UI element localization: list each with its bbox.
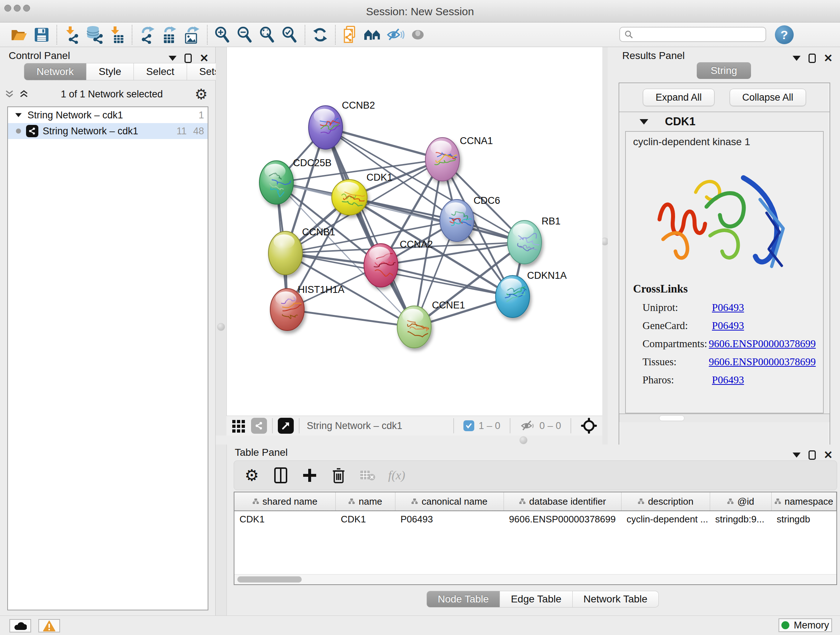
import-network-button[interactable] — [61, 25, 83, 45]
network-node-CCNB2[interactable]: CCNB2 — [309, 100, 375, 149]
zoom-fit-icon — [259, 26, 276, 43]
zoom-in-button[interactable] — [211, 25, 234, 45]
warnings-button[interactable] — [38, 619, 60, 632]
zoom-selected-button[interactable] — [279, 25, 301, 45]
left-splitter[interactable] — [216, 47, 226, 616]
table-options-gear-icon[interactable]: ⚙ — [243, 467, 260, 484]
collapse-all-icon[interactable] — [4, 90, 14, 98]
network-node-CCNA1[interactable]: CCNA1 — [425, 135, 493, 181]
table-cell[interactable]: 9606.ENSP00000378699 — [504, 511, 622, 527]
zoom-fit-button[interactable] — [256, 25, 279, 45]
results-scrollbar[interactable] — [619, 413, 829, 422]
tab-node-table[interactable]: Node Table — [426, 591, 500, 608]
panel-close-icon[interactable]: ✕ — [824, 450, 833, 461]
bottom-splitter[interactable] — [216, 435, 602, 445]
entry-expander-icon[interactable] — [639, 119, 648, 125]
panel-collapse-icon[interactable] — [793, 453, 801, 458]
panel-float-icon[interactable] — [808, 450, 816, 460]
save-session-button[interactable] — [30, 25, 53, 45]
tab-style[interactable]: Style — [87, 63, 134, 80]
gene-entry-header[interactable]: CDK1 — [619, 112, 829, 131]
panel-collapse-icon[interactable] — [793, 56, 801, 61]
tab-string[interactable]: String — [697, 62, 751, 79]
bottom-splitter-handle[interactable] — [519, 436, 527, 444]
collapse-all-button[interactable]: Collapse All — [729, 89, 806, 106]
network-edge-CCNB2-CCNA1[interactable] — [325, 127, 442, 159]
table-scrollbar[interactable] — [234, 574, 836, 584]
crosslink-link[interactable]: P06493 — [712, 302, 744, 314]
network-edge-CCNB2-CCNE1[interactable] — [325, 127, 414, 327]
clone-network-button[interactable] — [339, 25, 362, 45]
birdseye-view-icon[interactable] — [278, 418, 294, 434]
column-header-shared-name[interactable]: shared name — [234, 492, 336, 510]
show-all-button[interactable] — [407, 25, 429, 45]
cloud-status-button[interactable] — [9, 619, 31, 632]
search-input[interactable] — [633, 29, 756, 40]
panel-float-icon[interactable] — [185, 54, 192, 63]
network-edge-HIST1H1A-CCNE1[interactable] — [287, 310, 414, 327]
table-cell[interactable]: P06493 — [395, 511, 504, 527]
zoom-out-button[interactable] — [234, 25, 256, 45]
panel-close-icon[interactable]: ✕ — [200, 53, 209, 64]
show-columns-icon[interactable] — [272, 467, 289, 484]
help-button[interactable]: ? — [775, 25, 794, 44]
network-node-CCNE1[interactable]: CCNE1 — [397, 300, 465, 348]
tab-edge-table[interactable]: Edge Table — [500, 591, 573, 608]
table-cell[interactable]: stringdb — [772, 511, 836, 527]
crosslink-link[interactable]: 9606.ENSP00000378699 — [709, 356, 816, 368]
export-network-button[interactable] — [136, 25, 158, 45]
network-view-share-icon[interactable] — [251, 418, 267, 434]
tab-network[interactable]: Network — [24, 63, 87, 80]
tree-expander-icon[interactable] — [15, 113, 22, 117]
first-neighbors-button[interactable] — [362, 25, 384, 45]
expand-all-button[interactable]: Expand All — [643, 89, 714, 106]
panel-float-icon[interactable] — [808, 54, 816, 63]
node-label-CCNA2: CCNA2 — [400, 239, 433, 250]
left-splitter-handle[interactable] — [217, 323, 225, 331]
network-row-selected[interactable]: String Network – cdk1 11 48 — [8, 123, 208, 139]
search-box[interactable] — [619, 27, 766, 42]
crosslink-label: Tissues: — [633, 356, 709, 368]
column-header-@id[interactable]: @id — [710, 492, 772, 510]
delete-column-icon[interactable] — [330, 467, 347, 484]
tab-network-table[interactable]: Network Table — [573, 591, 659, 608]
network-node-RB1[interactable]: RB1 — [508, 216, 561, 264]
table-cell[interactable]: stringdb:9... — [710, 511, 772, 527]
table-cell[interactable]: cyclin-dependent ... — [622, 511, 710, 527]
export-image-button[interactable] — [181, 25, 203, 45]
network-collection-row[interactable]: String Network – cdk1 1 — [8, 107, 208, 123]
open-session-button[interactable] — [8, 25, 30, 45]
column-header-namespace[interactable]: namespace — [772, 492, 836, 510]
column-header-database-identifier[interactable]: database identifier — [504, 492, 622, 510]
hide-selected-button[interactable] — [384, 25, 407, 45]
panel-close-icon[interactable]: ✕ — [824, 53, 833, 64]
selected-nodes-checkbox[interactable] — [463, 420, 474, 431]
create-column-icon[interactable] — [302, 467, 318, 484]
apply-layout-button[interactable] — [309, 25, 332, 45]
crosslink-link[interactable]: P06493 — [712, 374, 744, 386]
panel-collapse-icon[interactable] — [169, 56, 177, 61]
table-cell[interactable]: CDK1 — [234, 511, 336, 527]
import-network-from-database-button[interactable] — [83, 25, 106, 45]
column-header-canonical-name[interactable]: canonical name — [395, 492, 504, 510]
crosslink-link[interactable]: 9606.ENSP00000378699 — [709, 338, 816, 350]
table-cell[interactable]: CDK1 — [336, 511, 395, 527]
memory-button[interactable]: Memory — [778, 618, 832, 632]
fit-selected-crosshair-icon[interactable] — [581, 417, 597, 434]
grid-view-icon[interactable] — [232, 418, 246, 433]
crosslink-link[interactable]: P06493 — [712, 320, 744, 332]
export-table-button[interactable] — [158, 25, 181, 45]
results-scrollbar-thumb[interactable] — [659, 415, 684, 421]
tab-select[interactable]: Select — [134, 63, 187, 80]
network-canvas[interactable]: CCNB2 CCNA1 CDC25B CDK1 CDC6 RB1 CCNB1 C… — [226, 47, 602, 416]
network-options-gear-icon[interactable]: ⚙ — [195, 87, 208, 101]
column-header-description[interactable]: description — [622, 492, 710, 510]
table-scrollbar-thumb[interactable] — [237, 576, 302, 583]
column-header-name[interactable]: name — [336, 492, 395, 510]
import-table-button[interactable] — [106, 25, 128, 45]
network-node-HIST1H1A[interactable]: HIST1H1A — [270, 284, 344, 331]
network-graph[interactable]: CCNB2 CCNA1 CDC25B CDK1 CDC6 RB1 CCNB1 C… — [227, 47, 603, 416]
table-row[interactable]: CDK1CDK1P064939606.ENSP00000378699cyclin… — [234, 511, 836, 527]
expand-all-icon[interactable] — [19, 90, 29, 98]
network-node-CDKN1A[interactable]: CDKN1A — [496, 270, 567, 318]
